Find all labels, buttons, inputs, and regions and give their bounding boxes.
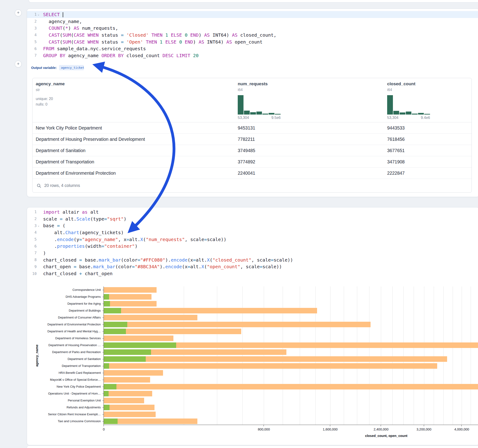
- fold-chevron-icon[interactable]: ⌄: [37, 224, 40, 227]
- code-token: ): [68, 25, 74, 31]
- code-token: =: [60, 216, 63, 222]
- code-text[interactable]: .properties(width="container"): [43, 243, 138, 249]
- code-text[interactable]: .encode(y="agency_name", x=alt.X("num_re…: [43, 237, 226, 242]
- histogram-bar: [269, 113, 274, 115]
- bar-closed-count: [104, 398, 144, 403]
- line-gutter: 1⌄: [27, 12, 40, 17]
- y-axis-label: Correspondence Unit: [72, 286, 101, 293]
- code-token: ).: [165, 257, 171, 263]
- fold-chevron-icon[interactable]: ⌄: [37, 13, 40, 16]
- code-text[interactable]: SELECT: [43, 12, 63, 18]
- x-tick-label: 4,000,000: [454, 428, 469, 431]
- code-text[interactable]: base = (: [43, 223, 65, 228]
- code-token: 'Closed': [126, 32, 149, 38]
- x-tick-label: 3,200,000: [416, 428, 431, 431]
- code-text[interactable]: ): [43, 250, 46, 256]
- y-axis-line: [104, 286, 104, 425]
- y-axis-label: DHS Advantage Programs: [66, 293, 101, 300]
- y-axis-label: Taxi and Limousine Commission: [58, 418, 101, 425]
- code-text[interactable]: chart_closed = base.mark_bar(color="#FFC…: [43, 257, 293, 263]
- code-token: SELECT: [43, 12, 63, 17]
- code-token: (: [71, 39, 74, 45]
- python-code-editor[interactable]: 1import altair as alt2scale = alt.Scale(…: [27, 207, 478, 277]
- code-token: [43, 25, 49, 31]
- code-text[interactable]: agency_name,: [43, 19, 82, 24]
- code-token: ELSE: [165, 39, 176, 45]
- code-token: [85, 32, 88, 38]
- gridline: [403, 286, 403, 425]
- table-row: Department of Environmental Protection22…: [32, 168, 472, 179]
- code-text[interactable]: CAST(SUM(CASE WHEN status = 'Closed' THE…: [43, 32, 277, 38]
- sql-code-editor[interactable]: 1⌄SELECT 2 agency_name,3 COUNT(*) AS num…: [27, 9, 478, 59]
- code-token: "closed_count": [213, 257, 252, 263]
- code-text[interactable]: scale = alt.Scale(type="sqrt"): [43, 216, 126, 222]
- search-icon[interactable]: [37, 183, 41, 188]
- line-number: 8: [34, 258, 37, 262]
- line-number: 4: [34, 33, 37, 37]
- line-gutter: 4: [27, 230, 40, 235]
- table-cell: 3471908: [384, 159, 472, 165]
- table-cell: 3749485: [234, 148, 384, 153]
- line-number: 6: [34, 47, 37, 51]
- code-text[interactable]: CAST(SUM(CASE WHEN status = 'Open' THEN …: [43, 39, 262, 45]
- y-axis-label: Senior Citizen Rent Increase Exempti…: [48, 411, 101, 418]
- line-number: 7: [34, 251, 37, 255]
- code-line: 3 COUNT(*) AS num_requests,: [27, 25, 478, 31]
- code-token: WHEN: [88, 32, 99, 38]
- code-token: open_count: [232, 39, 262, 45]
- code-line: 4 CAST(SUM(CASE WHEN status = 'Closed' T…: [27, 31, 478, 38]
- code-token: [174, 53, 176, 58]
- table-header-row: agency_namestrunique: 20nulls: 0num_requ…: [32, 78, 472, 122]
- code-text[interactable]: FROM sample_data.nyc.service_requests: [43, 46, 146, 51]
- bar-open-count: [104, 301, 110, 306]
- bar-open-count: [104, 342, 176, 348]
- line-gutter: 7: [27, 53, 40, 58]
- code-text[interactable]: COUNT(*) AS num_requests,: [43, 25, 118, 31]
- bar-closed-count: [104, 384, 478, 389]
- bar-open-count: [104, 363, 109, 369]
- code-text[interactable]: chart_closed + chart_open: [43, 271, 113, 276]
- bar-open-count: [104, 356, 146, 362]
- code-token: =: [101, 243, 104, 249]
- sql-query-cell: 1⌄SELECT 2 agency_name,3 COUNT(*) AS num…: [27, 8, 478, 197]
- column-header-closed_count[interactable]: closed_counti6453,3049.4e6: [384, 78, 472, 122]
- code-token: [43, 32, 49, 38]
- bar-open-count: [104, 349, 151, 355]
- code-token: =: [188, 264, 190, 269]
- table-cell: 2240041: [234, 171, 384, 176]
- code-text[interactable]: alt.Chart(agency_tickets): [43, 230, 124, 235]
- x-tick-mark: [381, 425, 381, 426]
- x-tick-mark: [424, 425, 424, 426]
- code-token: (: [63, 25, 65, 31]
- output-variable-row: Output variable: agency_tickets: [31, 65, 84, 70]
- histogram-min: 53,304: [387, 116, 398, 120]
- code-token: as: [82, 209, 88, 215]
- y-axis-label: Department of Buildings: [69, 307, 101, 314]
- bar-closed-count: [104, 356, 447, 362]
- code-token: =: [193, 257, 196, 263]
- code-token: [124, 32, 126, 38]
- bar-closed-count: [104, 336, 173, 341]
- code-text[interactable]: import altair as alt: [43, 209, 99, 215]
- line-gutter: 5: [27, 237, 40, 242]
- code-text[interactable]: GROUP BY agency_name ORDER BY closed_cou…: [43, 53, 199, 58]
- output-variable-badge[interactable]: agency_tickets: [59, 65, 84, 70]
- line-number: 2: [34, 217, 37, 221]
- bar-closed-count: [104, 322, 371, 327]
- column-header-agency_name[interactable]: agency_namestrunique: 20nulls: 0: [32, 78, 234, 122]
- code-token: =: [271, 257, 273, 263]
- add-cell-button[interactable]: +: [15, 61, 22, 68]
- column-header-num_requests[interactable]: num_requestsi6453,3049.5e6: [234, 78, 384, 122]
- code-token: (: [210, 257, 213, 263]
- line-gutter: 1: [27, 210, 40, 214]
- add-cell-button[interactable]: +: [15, 9, 22, 16]
- gridline: [344, 286, 344, 425]
- column-stat: unique: 20: [36, 96, 234, 102]
- code-token: alt.: [190, 264, 201, 269]
- code-text[interactable]: chart_open = base.mark_bar(color="#8BC34…: [43, 264, 282, 269]
- x-tick-mark: [264, 425, 264, 426]
- code-token: "#FFC080": [140, 257, 165, 263]
- gridline: [392, 286, 393, 425]
- line-gutter: 3⌄: [27, 224, 40, 228]
- line-gutter: 3: [27, 26, 40, 31]
